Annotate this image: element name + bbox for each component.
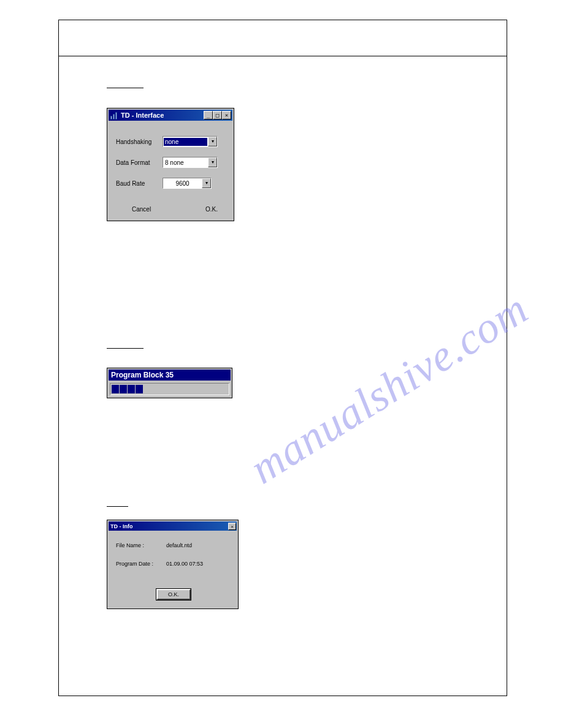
progress-segment <box>136 385 143 393</box>
progress-segment <box>128 385 135 393</box>
baud-rate-label: Baud Rate <box>116 180 163 187</box>
info-titlebar[interactable]: TD - Info × <box>109 521 237 531</box>
app-icon <box>110 112 118 119</box>
chevron-down-icon[interactable]: ▾ <box>202 178 211 188</box>
ok-button[interactable]: O.K. <box>156 589 191 600</box>
interface-dialog: TD - Interface _ □ × Handshaking none ▾ … <box>107 108 234 221</box>
data-format-combo[interactable]: 8 none ▾ <box>163 157 218 168</box>
section-underline <box>107 88 144 88</box>
page-frame: manualshive.com TD - Interface _ □ × Han… <box>58 20 507 696</box>
section-underline <box>107 348 144 349</box>
data-format-value: 8 none <box>163 159 208 166</box>
progress-window: Program Block 35 <box>107 368 232 398</box>
ok-button[interactable]: O.K. <box>205 206 218 213</box>
handshaking-combo[interactable]: none ▾ <box>163 136 218 147</box>
file-name-value: default.ntd <box>166 542 192 548</box>
baud-rate-combo[interactable]: 9600 ▾ <box>163 178 212 189</box>
program-date-value: 01.09.00 07:53 <box>166 561 203 567</box>
maximize-button[interactable]: □ <box>213 111 222 119</box>
progress-title: Program Block 35 <box>109 370 231 381</box>
data-format-label: Data Format <box>116 159 163 166</box>
file-name-label: File Name : <box>116 542 166 548</box>
baud-rate-value: 9600 <box>163 180 202 187</box>
program-date-label: Program Date : <box>116 561 166 567</box>
interface-titlebar[interactable]: TD - Interface _ □ × <box>109 110 232 121</box>
handshaking-value: none <box>164 138 207 146</box>
chevron-down-icon[interactable]: ▾ <box>208 137 217 146</box>
close-icon[interactable]: × <box>228 523 236 530</box>
interface-title: TD - Interface <box>121 112 164 119</box>
progress-segment <box>112 385 119 393</box>
cancel-button[interactable]: Cancel <box>132 206 151 213</box>
handshaking-label: Handshaking <box>116 138 163 145</box>
progress-bar <box>110 383 229 395</box>
header-rule <box>59 56 507 56</box>
section-underline <box>107 506 128 507</box>
info-dialog: TD - Info × File Name : default.ntd Prog… <box>107 520 239 609</box>
watermark-text: manualshive.com <box>241 283 537 494</box>
progress-segment <box>120 385 127 393</box>
chevron-down-icon[interactable]: ▾ <box>208 157 217 167</box>
info-title: TD - Info <box>110 523 133 529</box>
minimize-button[interactable]: _ <box>204 111 213 119</box>
close-button[interactable]: × <box>222 111 231 119</box>
